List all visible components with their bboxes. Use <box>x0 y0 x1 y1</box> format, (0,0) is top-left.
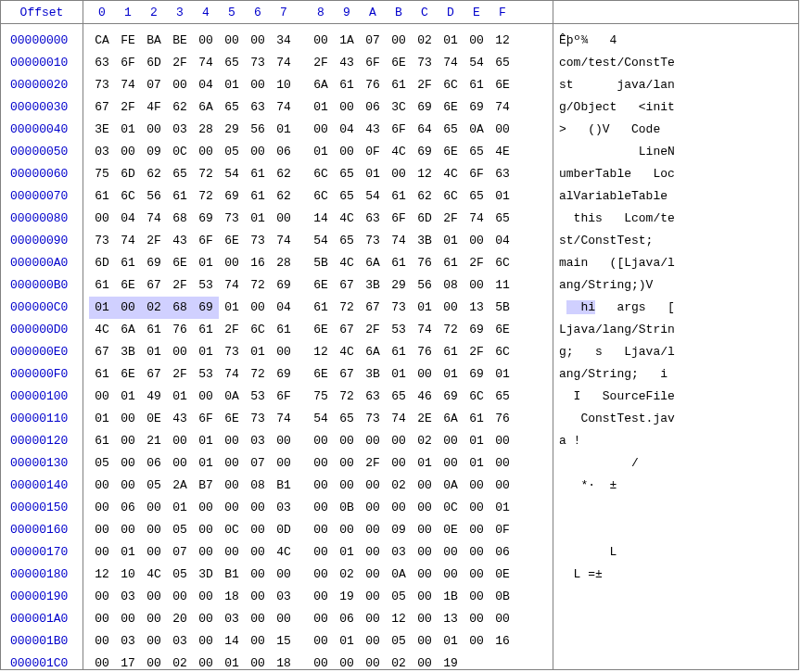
hex-byte[interactable]: 2F <box>464 341 490 363</box>
hex-byte[interactable]: 65 <box>386 386 412 408</box>
hex-byte[interactable]: 01 <box>193 452 219 475</box>
hex-byte[interactable]: 61 <box>141 319 167 341</box>
hex-byte[interactable]: 18 <box>271 653 297 670</box>
hex-byte[interactable]: 6C <box>245 319 271 341</box>
hex-byte[interactable]: 00 <box>438 541 464 564</box>
hex-byte[interactable]: 6F <box>386 208 412 230</box>
hex-byte[interactable]: 67 <box>89 96 115 119</box>
hex-byte[interactable]: B1 <box>271 475 297 497</box>
ascii-row[interactable]: ConstTest.jav <box>559 408 798 430</box>
hex-byte[interactable]: 43 <box>334 52 360 74</box>
hex-byte[interactable]: 43 <box>360 119 386 141</box>
hex-byte[interactable]: 00 <box>360 519 386 541</box>
hex-byte[interactable]: 01 <box>438 230 464 252</box>
ascii-row[interactable]: Êþº¾ 4 <box>559 30 798 52</box>
hex-byte[interactable]: 01 <box>245 208 271 230</box>
hex-byte[interactable]: 00 <box>89 541 115 564</box>
hex-byte[interactable]: 00 <box>89 386 115 408</box>
hex-byte[interactable]: 76 <box>412 341 438 363</box>
hex-col-header-1[interactable]: 1 <box>115 6 141 19</box>
hex-byte[interactable]: 6C <box>308 163 334 185</box>
hex-byte[interactable]: 00 <box>386 30 412 52</box>
hex-byte[interactable]: 00 <box>245 608 271 630</box>
offset-cell[interactable]: 000001A0 <box>1 608 83 630</box>
hex-byte[interactable]: 73 <box>219 208 245 230</box>
hex-byte[interactable]: 2E <box>412 408 438 430</box>
hex-byte[interactable]: 3B <box>360 363 386 386</box>
hex-col-header-0[interactable]: 0 <box>89 6 115 19</box>
hex-byte[interactable]: 00 <box>141 541 167 564</box>
ascii-row[interactable] <box>559 519 798 541</box>
hex-byte[interactable]: 1B <box>438 586 464 608</box>
hex-byte[interactable]: 05 <box>167 519 193 541</box>
hex-byte[interactable]: 53 <box>193 363 219 386</box>
hex-byte[interactable]: 00 <box>141 653 167 670</box>
hex-byte[interactable]: 00 <box>464 586 490 608</box>
ascii-row[interactable]: st/ConstTest; <box>559 230 798 252</box>
hex-byte[interactable]: 06 <box>490 541 515 564</box>
hex-byte[interactable]: 61 <box>464 74 490 96</box>
hex-byte[interactable]: 72 <box>245 363 271 386</box>
hex-byte[interactable]: 74 <box>490 96 515 119</box>
hex-byte[interactable]: 00 <box>193 386 219 408</box>
hex-byte[interactable]: 07 <box>141 74 167 96</box>
hex-byte[interactable]: 65 <box>464 185 490 208</box>
hex-byte[interactable]: 4C <box>271 541 297 564</box>
hex-byte[interactable]: 61 <box>245 163 271 185</box>
hex-byte[interactable]: 6D <box>115 163 141 185</box>
hex-byte[interactable]: 65 <box>334 408 360 430</box>
offset-cell[interactable]: 000001B0 <box>1 630 83 653</box>
hex-byte[interactable]: 00 <box>115 608 141 630</box>
hex-byte[interactable]: 02 <box>386 653 412 670</box>
hex-byte[interactable]: 53 <box>386 319 412 341</box>
hex-byte[interactable]: 65 <box>167 163 193 185</box>
hex-byte[interactable]: 4C <box>386 141 412 163</box>
hex-byte[interactable]: 65 <box>490 386 515 408</box>
hex-byte[interactable]: 76 <box>360 74 386 96</box>
hex-byte[interactable]: 16 <box>490 630 515 653</box>
hex-byte[interactable]: 65 <box>219 52 245 74</box>
hex-byte[interactable]: 61 <box>115 252 141 274</box>
hex-byte[interactable]: 00 <box>360 608 386 630</box>
hex-byte[interactable]: 00 <box>386 163 412 185</box>
hex-byte[interactable]: 69 <box>464 363 490 386</box>
hex-byte[interactable]: 61 <box>89 363 115 386</box>
hex-byte[interactable]: 00 <box>219 475 245 497</box>
hex-byte[interactable]: 63 <box>360 386 386 408</box>
ascii-row[interactable]: > ()V Code <box>559 119 798 141</box>
hex-byte[interactable]: 54 <box>360 185 386 208</box>
hex-byte[interactable]: 53 <box>245 386 271 408</box>
hex-byte[interactable]: 2F <box>412 74 438 96</box>
hex-byte[interactable]: 6E <box>167 252 193 274</box>
hex-col-header-9[interactable]: 9 <box>334 6 360 19</box>
hex-byte[interactable]: 05 <box>141 475 167 497</box>
hex-byte[interactable]: 02 <box>412 30 438 52</box>
hex-byte[interactable]: 6F <box>464 163 490 185</box>
hex-byte[interactable]: 74 <box>193 52 219 74</box>
hex-byte[interactable]: 76 <box>412 252 438 274</box>
hex-byte[interactable]: 03 <box>219 608 245 630</box>
hex-byte[interactable]: 62 <box>141 163 167 185</box>
hex-byte[interactable]: 00 <box>271 341 297 363</box>
hex-byte[interactable]: 00 <box>245 630 271 653</box>
hex-byte[interactable]: 4C <box>334 341 360 363</box>
hex-col-header-7[interactable]: 7 <box>271 6 297 19</box>
hex-byte[interactable]: 29 <box>386 274 412 297</box>
hex-byte[interactable]: 01 <box>193 341 219 363</box>
hex-byte[interactable]: 72 <box>193 163 219 185</box>
ascii-row[interactable]: umberTable Loc <box>559 163 798 185</box>
hex-byte[interactable]: 4C <box>438 163 464 185</box>
hex-byte[interactable]: 00 <box>115 297 141 319</box>
hex-byte[interactable]: 4C <box>334 252 360 274</box>
hex-byte[interactable]: 00 <box>245 541 271 564</box>
hex-byte[interactable]: 2F <box>167 363 193 386</box>
hex-byte[interactable]: 06 <box>141 452 167 475</box>
hex-byte[interactable]: 01 <box>193 252 219 274</box>
hex-byte[interactable]: 69 <box>219 185 245 208</box>
hex-byte[interactable]: 01 <box>412 452 438 475</box>
hex-byte[interactable]: 04 <box>115 208 141 230</box>
ascii-row[interactable]: / <box>559 452 798 475</box>
hex-byte[interactable]: 15 <box>271 630 297 653</box>
hex-byte[interactable]: 01 <box>89 408 115 430</box>
hex-byte[interactable]: 04 <box>490 230 515 252</box>
